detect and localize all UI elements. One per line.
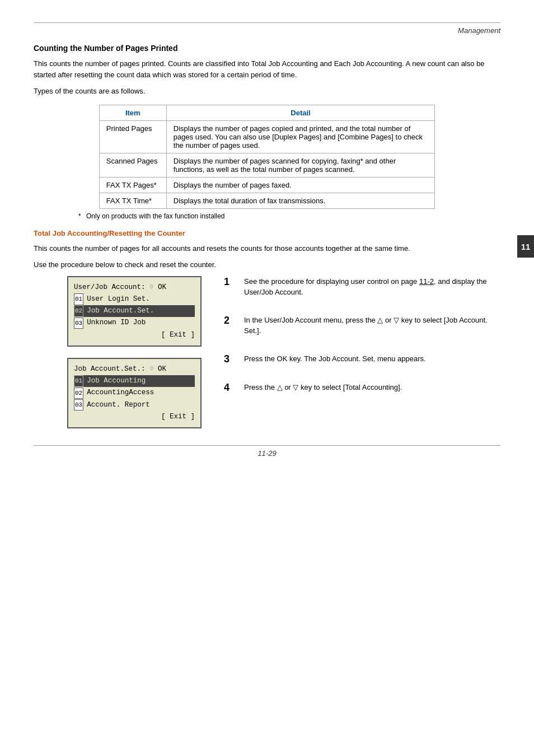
table-cell-item-3: FAX TX Time* bbox=[99, 193, 166, 208]
lcd2-line1: Job Account.Set.: ♢ OK bbox=[74, 363, 195, 375]
section-intro1: This counts the number of pages printed.… bbox=[34, 58, 500, 80]
table-row: Scanned PagesDisplays the number of page… bbox=[99, 153, 434, 177]
footnote-marker: * bbox=[78, 212, 81, 220]
steps-column: 1See the procedure for displaying user c… bbox=[224, 276, 500, 410]
step-text-2: In the User/Job Account menu, press the … bbox=[244, 315, 500, 337]
table-cell-detail-0: Displays the number of pages copied and … bbox=[166, 120, 434, 153]
section-title: Counting the Number of Pages Printed bbox=[34, 44, 500, 53]
lcd2-num-2: 03 bbox=[74, 399, 83, 411]
subsection-intro1: This counts the number of pages for all … bbox=[34, 243, 500, 254]
lcd1-num-0: 01 bbox=[74, 293, 83, 305]
lcd2-row-1: 02AccountingAccess bbox=[74, 387, 195, 399]
table-row: Printed PagesDisplays the number of page… bbox=[99, 120, 434, 153]
header-rule bbox=[34, 22, 500, 23]
step-text-1: See the procedure for displaying user co… bbox=[244, 276, 500, 298]
col-item-header: Item bbox=[99, 105, 166, 120]
table-cell-detail-1: Displays the number of pages scanned for… bbox=[166, 153, 434, 177]
footnote-text: Only on products with the fax function i… bbox=[86, 212, 224, 220]
step-item-1: 1See the procedure for displaying user c… bbox=[224, 276, 500, 298]
lcd1-exit: [ Exit ] bbox=[74, 329, 195, 341]
lcd1-row-0: 01User Login Set. bbox=[74, 293, 195, 305]
lcd1-text-2: Unknown ID Job bbox=[85, 317, 195, 329]
subsection-intro2: Use the procedure below to check and res… bbox=[34, 259, 500, 270]
table-cell-item-0: Printed Pages bbox=[99, 120, 166, 153]
lcd1-text-0: User Login Set. bbox=[85, 293, 195, 305]
table-cell-detail-2: Displays the number of pages faxed. bbox=[166, 177, 434, 193]
lcd1-num-1: 02 bbox=[74, 305, 83, 317]
step-num-1: 1 bbox=[224, 276, 237, 288]
col-detail-header: Detail bbox=[166, 105, 434, 120]
lcd1-row-1: 02Job Account.Set. bbox=[74, 305, 195, 317]
step-num-3: 3 bbox=[224, 353, 237, 365]
lcd2-text-0: Job Accounting bbox=[85, 375, 195, 387]
page: Management Counting the Number of Pages … bbox=[0, 0, 534, 480]
lcd2-exit: [ Exit ] bbox=[74, 411, 195, 423]
header-title: Management bbox=[34, 26, 500, 35]
lcd2-num-0: 01 bbox=[74, 375, 83, 387]
table-cell-item-2: FAX TX Pages* bbox=[99, 177, 166, 193]
step-link-1[interactable]: 11-2 bbox=[419, 277, 434, 286]
section-intro2: Types of the counts are as follows. bbox=[34, 86, 500, 97]
subsection-title: Total Job Accounting/Resetting the Count… bbox=[34, 229, 500, 237]
footer-rule bbox=[34, 445, 500, 446]
step-item-3: 3Press the OK key. The Job Account. Set.… bbox=[224, 353, 500, 365]
step-item-2: 2In the User/Job Account menu, press the… bbox=[224, 315, 500, 337]
lcd2-row-2: 03Account. Report bbox=[74, 399, 195, 411]
lcd-column: User/Job Account: ♢ OK01User Login Set.0… bbox=[67, 276, 207, 429]
lcd2-num-1: 02 bbox=[74, 388, 83, 399]
table-row: FAX TX Time*Displays the total duration … bbox=[99, 193, 434, 208]
table-row: FAX TX Pages*Displays the number of page… bbox=[99, 177, 434, 193]
table-cell-item-1: Scanned Pages bbox=[99, 153, 166, 177]
step-text-3: Press the OK key. The Job Account. Set. … bbox=[244, 353, 500, 365]
table-cell-detail-3: Displays the total duration of fax trans… bbox=[166, 193, 434, 208]
lcd-screen-1: User/Job Account: ♢ OK01User Login Set.0… bbox=[67, 276, 202, 347]
counts-table: Item Detail Printed PagesDisplays the nu… bbox=[99, 105, 435, 209]
chapter-tab: 11 bbox=[517, 235, 534, 258]
step-item-4: 4Press the △ or ▽ key to select [Total A… bbox=[224, 382, 500, 394]
step-num-2: 2 bbox=[224, 315, 237, 326]
lcd2-text-1: AccountingAccess bbox=[85, 387, 195, 399]
step-num-4: 4 bbox=[224, 382, 237, 394]
lcd1-text-1: Job Account.Set. bbox=[85, 305, 195, 317]
lcd2-row-0: 01Job Accounting bbox=[74, 375, 195, 387]
lcd-screen-2: Job Account.Set.: ♢ OK01Job Accounting02… bbox=[67, 358, 202, 428]
footer-page: 11-29 bbox=[34, 449, 500, 458]
procedure-area: User/Job Account: ♢ OK01User Login Set.0… bbox=[34, 276, 500, 429]
lcd1-line1: User/Job Account: ♢ OK bbox=[74, 282, 195, 293]
lcd2-text-2: Account. Report bbox=[85, 399, 195, 411]
lcd1-row-2: 03Unknown ID Job bbox=[74, 317, 195, 329]
footnote: * Only on products with the fax function… bbox=[78, 212, 500, 220]
step-text-4: Press the △ or ▽ key to select [Total Ac… bbox=[244, 382, 500, 393]
lcd1-num-2: 03 bbox=[74, 318, 83, 329]
